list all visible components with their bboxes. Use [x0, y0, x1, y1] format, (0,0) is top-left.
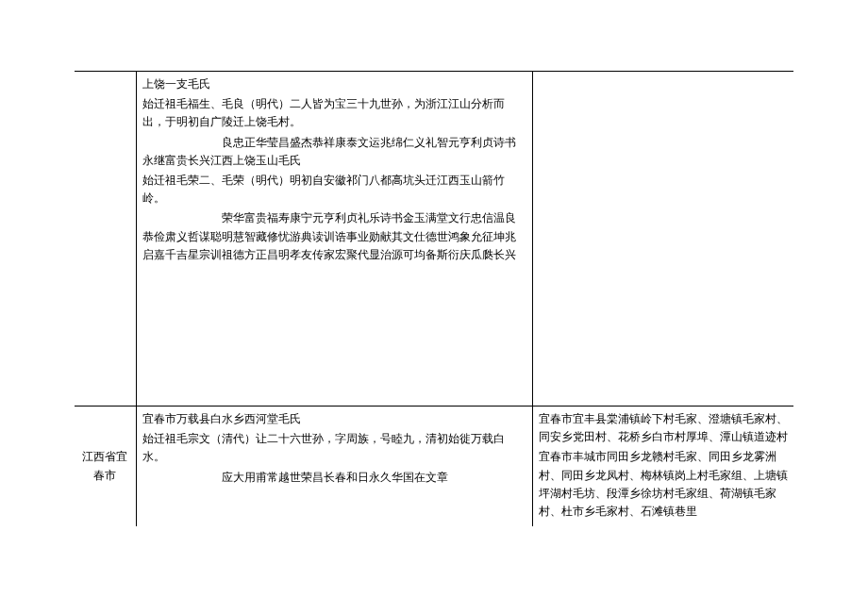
places-text: 宜春市丰城市同田乡龙赣村毛家、同田乡龙雾洲村、同田乡龙凤村、梅林镇岗上村毛家组、…: [539, 448, 789, 521]
generation-poem: 荣华富贵福寿康宁元亨利贞礼乐诗书金玉满堂文行忠信温良恭俭肃义哲谋聪明慧智藏修忧游…: [142, 209, 526, 264]
lineage-text: 始迁祖毛宗文（清代）让二十六世孙，字周族，号睦九，清初始徙万载白水。: [142, 430, 526, 466]
content-cell: 上饶一支毛氏 始迁祖毛福生、毛良（明代）二人皆为宝三十九世孙，为浙江江山分析而出…: [136, 72, 532, 407]
lineage-title: 上饶一支毛氏: [142, 75, 526, 93]
lineage-text: 始迁祖毛荣二、毛荣（明代）明初自安徽祁门八都高坑头迁江西玉山箭竹岭。: [142, 172, 526, 207]
lineage-text: 始迁祖毛福生、毛良（明代）二人皆为宝三十九世孙，为浙江江山分析而出，于明初自广陵…: [142, 95, 526, 131]
content-cell: 宜春市万载县白水乡西河堂毛氏 始迁祖毛宗文（清代）让二十六世孙，字周族，号睦九，…: [136, 407, 532, 527]
generation-poem: 良忠正华莹昌盛杰恭祥康泰文运兆绵仁义礼智元亨利贞诗书永继富贵长兴江西上饶玉山毛氏: [142, 134, 526, 170]
lineage-title: 宜春市万载县白水乡西河堂毛氏: [142, 410, 526, 428]
table-row: 江西省宜春市 宜春市万载县白水乡西河堂毛氏 始迁祖毛宗文（清代）让二十六世孙，字…: [75, 407, 793, 527]
places-text: 宜春市宜丰县棠浦镇岭下村毛家、澄塘镇毛家村、同安乡党田村、花桥乡白市村厚埠、潭山…: [539, 410, 789, 446]
table-row: 上饶一支毛氏 始迁祖毛福生、毛良（明代）二人皆为宝三十九世孙，为浙江江山分析而出…: [75, 72, 793, 407]
region-label: 江西省宜春市: [82, 450, 127, 481]
generation-poem: 应大用甫常越世荣昌长春和日永久华国在文章: [142, 469, 526, 487]
genealogy-table: 上饶一支毛氏 始迁祖毛福生、毛良（明代）二人皆为宝三十九世孙，为浙江江山分析而出…: [75, 71, 793, 526]
region-label-cell: [75, 72, 136, 407]
places-cell: 宜春市宜丰县棠浦镇岭下村毛家、澄塘镇毛家村、同安乡党田村、花桥乡白市村厚埠、潭山…: [532, 407, 793, 527]
places-cell: [532, 72, 793, 407]
region-label-cell: 江西省宜春市: [75, 407, 136, 527]
